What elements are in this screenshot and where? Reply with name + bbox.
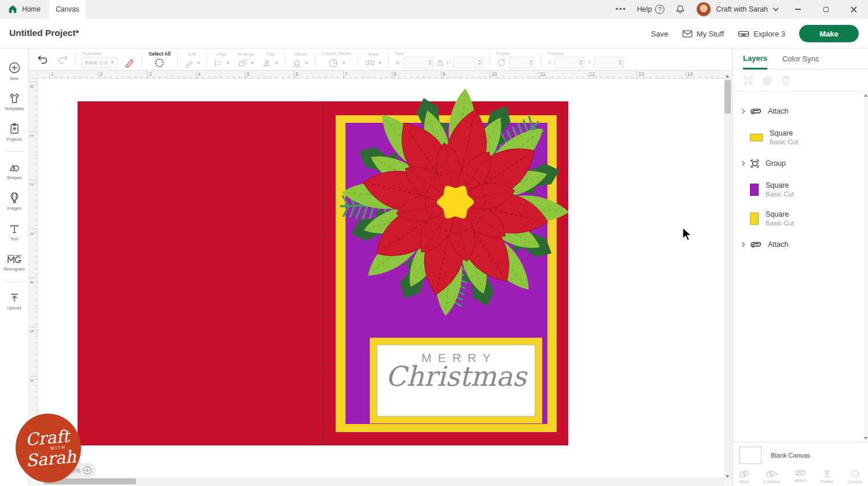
operation-select[interactable]: Basic Cut [82,57,117,68]
card-yellow-mat[interactable]: MERRY Christmas [336,115,557,432]
x-stepper[interactable] [579,60,583,65]
hot-air-balloon-icon [9,192,20,204]
layer-label: Group [766,159,786,167]
blank-canvas-swatch[interactable] [740,447,762,464]
align-button[interactable] [214,59,230,68]
scroll-down-arrow-icon[interactable] [726,475,729,478]
tool-label: Combine [763,479,781,484]
rotate-input[interactable] [509,57,535,68]
maximize-button[interactable] [817,1,834,17]
question-icon: ? [655,5,664,14]
sidebar-item-monogram[interactable]: Monogram [0,247,29,278]
pen-color-icon[interactable] [124,57,135,68]
x-input[interactable] [554,57,584,68]
layer-label: Attach [768,107,788,115]
canvas-horizontal-scrollbar[interactable] [38,477,724,485]
edit-label: Edit [188,52,196,57]
lock-icon[interactable] [436,59,444,67]
tab-color-sync[interactable]: Color Sync [782,49,819,68]
card-purple-panel[interactable]: MERRY Christmas [345,123,547,424]
machine-select-button[interactable]: Explore 3 [738,29,785,38]
minimize-button[interactable] [789,1,807,17]
height-stepper[interactable] [478,60,481,65]
poinsettia-artwork[interactable] [340,86,571,318]
card-base-red[interactable]: MERRY Christmas [78,101,568,445]
contour-button[interactable]: Contour [847,468,863,486]
dropdown-caret-icon [342,62,345,64]
project-header: Untitled Project* Save My Stuff Explore … [0,19,868,49]
width-stepper[interactable] [428,60,432,65]
tab-canvas-label: Canvas [56,5,79,13]
vertical-scroll-thumb[interactable] [724,80,731,114]
expand-chevron-icon[interactable] [740,161,745,166]
arrange-button[interactable] [238,59,254,68]
width-axis-label: W [395,60,400,65]
layer-row-group[interactable]: Group [733,152,863,175]
sidebar-label: Projects [6,137,22,142]
sidebar-item-text[interactable]: Text [0,217,29,247]
monogram-MG-icon [7,254,22,265]
sidebar-item-shapes[interactable]: Shapes [0,155,29,186]
design-canvas[interactable]: MERRY Christmas [38,79,724,477]
sidebar-item-new[interactable]: New [0,56,29,86]
layer-row-square-purple[interactable]: Square Basic Cut [733,175,863,204]
sentiment-panel[interactable]: MERRY Christmas [377,345,535,416]
left-sidebar: New Templates Projects Shapes Images Tex… [0,49,29,486]
tool-label: Flatten [821,479,834,484]
layer-row-square-yellow-2[interactable]: Square Basic Cut [733,204,863,233]
y-input[interactable] [594,57,624,68]
rotate-group: Rotate [496,51,535,68]
warp-button[interactable] [365,59,382,68]
edit-button[interactable] [184,59,200,68]
scroll-up-arrow-icon[interactable] [726,75,729,78]
duplicate-icon[interactable] [762,75,773,86]
notifications-bell-icon[interactable] [675,4,686,15]
group-layers-icon[interactable] [743,75,753,86]
align-group: Align [214,52,230,68]
redo-button[interactable] [57,54,68,64]
panel-scrollbar[interactable] [864,92,868,442]
my-stuff-button[interactable]: My Stuff [682,30,724,38]
help-button[interactable]: Help ? [637,5,665,14]
height-input[interactable] [453,57,483,68]
make-button[interactable]: Make [799,25,859,42]
blank-canvas-row[interactable]: Blank Canvas [733,442,868,468]
delete-trash-icon[interactable] [781,75,790,86]
layer-row-square-yellow[interactable]: Square Basic Cut [733,123,863,152]
y-stepper[interactable] [619,60,622,65]
expand-chevron-icon[interactable] [740,242,745,247]
close-button[interactable] [845,1,862,17]
expand-chevron-icon[interactable] [740,109,745,114]
undo-button[interactable] [37,54,49,64]
layer-row-attach[interactable]: Attach [733,100,863,123]
sidebar-item-images[interactable]: Images [0,186,29,217]
slice-button[interactable]: Slice [738,468,749,486]
scroll-up-arrow-icon[interactable] [864,94,867,97]
account-menu[interactable]: Craft with Sarah [696,2,779,17]
offset-group: Offset [292,52,308,68]
canvas-vertical-scrollbar[interactable] [724,73,731,480]
overflow-menu-icon[interactable]: ••• [616,5,627,13]
flip-button[interactable] [262,59,278,68]
tshirt-icon [8,93,21,104]
rotate-stepper[interactable] [529,60,533,65]
zoom-in-icon[interactable] [83,466,92,475]
sentiment-yellow-mat[interactable]: MERRY Christmas [370,338,542,423]
attach-button[interactable]: Attach [795,468,807,486]
width-input[interactable] [403,57,433,68]
tab-canvas[interactable]: Canvas [49,0,86,19]
tab-layers[interactable]: Layers [743,49,767,70]
create-sticker-button[interactable] [328,58,345,68]
sidebar-item-templates[interactable]: Templates [0,86,29,117]
layer-row-attach-2[interactable]: Attach [733,233,863,256]
sidebar-item-projects[interactable]: Projects [0,117,29,148]
scroll-down-arrow-icon[interactable] [864,437,867,440]
combine-button[interactable]: Combine [763,468,781,486]
tab-home[interactable]: Home [0,0,49,19]
flatten-button[interactable]: Flatten [821,468,834,486]
sidebar-item-upload[interactable]: Upload [0,286,29,316]
select-all-button[interactable] [155,59,164,67]
save-button[interactable]: Save [651,30,668,38]
offset-button[interactable] [292,59,308,68]
layer-list: Attach Square Basic Cut Group Square Bas… [733,92,863,442]
